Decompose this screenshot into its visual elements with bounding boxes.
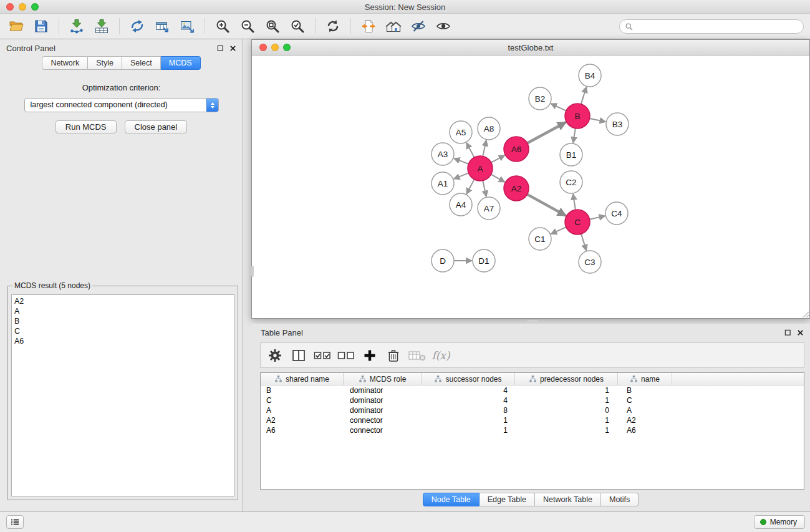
graph-edge[interactable]: [590, 216, 605, 220]
save-session-button[interactable]: [29, 16, 54, 37]
graph-edge[interactable]: [590, 118, 606, 122]
graph-edge[interactable]: [573, 128, 576, 143]
network-canvas[interactable]: B4B2BB3A5A8A6B1A3AC2A1A2A4A7C4CC1C3DD1: [252, 56, 809, 318]
import-network-from-file-button[interactable]: [64, 16, 89, 37]
table-tab-edge-table[interactable]: Edge Table: [480, 493, 535, 506]
zoom-out-button[interactable]: [235, 16, 260, 37]
table-row[interactable]: Bdominator41B: [261, 385, 804, 395]
export-table-button[interactable]: [150, 16, 175, 37]
mcds-result-list[interactable]: A2ABCA6: [11, 294, 234, 496]
graph-node[interactable]: A: [468, 156, 493, 181]
resize-grip-icon[interactable]: [801, 309, 809, 318]
home-view-button[interactable]: [381, 16, 406, 37]
refresh-layout-button[interactable]: [321, 16, 345, 37]
graph-edge[interactable]: [528, 195, 566, 216]
network-from-url-button[interactable]: [125, 16, 150, 37]
zoom-selected-button[interactable]: [285, 16, 310, 37]
graph-edge[interactable]: [491, 175, 505, 182]
network-minimize-button[interactable]: [271, 44, 279, 51]
toggle-columns-button[interactable]: [288, 346, 309, 365]
vertical-splitter-handle[interactable]: [251, 266, 254, 277]
column-header-mcds-role[interactable]: MCDS role: [344, 373, 422, 385]
graph-node[interactable]: A1: [432, 172, 454, 195]
graph-node[interactable]: C: [565, 210, 590, 235]
graph-edge[interactable]: [483, 181, 486, 197]
graph-edge[interactable]: [573, 194, 576, 210]
table-settings-button[interactable]: [264, 346, 286, 365]
graph-edge[interactable]: [454, 173, 469, 179]
network-zoom-button[interactable]: [283, 44, 291, 51]
horizontal-splitter-handle[interactable]: [527, 320, 538, 322]
graph-node[interactable]: A8: [478, 117, 500, 140]
graph-node[interactable]: D1: [473, 249, 495, 272]
network-close-button[interactable]: [259, 44, 267, 51]
graph-node[interactable]: A3: [432, 143, 454, 165]
graph-edge[interactable]: [581, 234, 586, 251]
graph-node[interactable]: C1: [529, 228, 551, 250]
export-image-button[interactable]: [175, 16, 200, 37]
table-tab-network-table[interactable]: Network Table: [535, 493, 601, 506]
graph-node[interactable]: A4: [450, 193, 472, 216]
mcds-result-item[interactable]: A2: [14, 296, 231, 306]
mcds-result-item[interactable]: A: [14, 306, 231, 316]
table-float-panel-button[interactable]: [784, 329, 792, 337]
close-panel-button[interactable]: [229, 44, 237, 52]
first-neighbors-button[interactable]: [356, 16, 381, 37]
table-row[interactable]: A2connector11A2: [261, 415, 804, 425]
graph-edge[interactable]: [551, 227, 566, 234]
add-column-button[interactable]: [359, 346, 380, 365]
graph-node[interactable]: D: [432, 249, 454, 272]
table-row[interactable]: Cdominator41C: [261, 395, 804, 405]
select-all-rows-button[interactable]: [312, 346, 333, 365]
column-header-successor-nodes[interactable]: successor nodes: [422, 373, 515, 385]
graph-edge[interactable]: [581, 87, 587, 104]
graph-node[interactable]: A2: [504, 176, 529, 201]
graph-node[interactable]: B2: [529, 87, 551, 110]
tab-network[interactable]: Network: [42, 56, 88, 70]
show-hide-details-button[interactable]: [431, 16, 456, 37]
close-panel-action-button[interactable]: Close panel: [125, 120, 188, 133]
run-mcds-button[interactable]: Run MCDS: [55, 120, 117, 133]
mcds-result-item[interactable]: A6: [14, 336, 231, 346]
table-close-panel-button[interactable]: [796, 329, 804, 337]
graph-edge[interactable]: [491, 155, 505, 163]
graph-edge[interactable]: [466, 180, 475, 195]
memory-button[interactable]: Memory: [754, 515, 805, 529]
float-panel-button[interactable]: [216, 44, 224, 52]
search-input[interactable]: [637, 22, 798, 31]
network-graph[interactable]: B4B2BB3A5A8A6B1A3AC2A1A2A4A7C4CC1C3DD1: [252, 56, 809, 318]
table-row[interactable]: Adominator80A: [261, 405, 804, 415]
graph-edge[interactable]: [483, 140, 486, 157]
graph-node[interactable]: B: [565, 104, 590, 128]
table-row[interactable]: A6connector11A6: [261, 425, 804, 435]
zoom-in-button[interactable]: [210, 16, 235, 37]
graph-edge[interactable]: [454, 158, 469, 164]
graph-node[interactable]: B1: [560, 143, 582, 166]
graph-node[interactable]: A5: [450, 121, 472, 143]
tab-select[interactable]: Select: [122, 56, 161, 70]
graph-node[interactable]: B3: [606, 113, 629, 135]
open-session-button[interactable]: [4, 16, 29, 37]
graph-node[interactable]: C3: [579, 251, 601, 273]
import-table-from-file-button[interactable]: [89, 16, 114, 37]
delete-column-button[interactable]: [383, 346, 404, 365]
graph-node[interactable]: C2: [560, 171, 582, 193]
optimization-criterion-select[interactable]: largest connected component (directed): [24, 98, 219, 112]
task-history-button[interactable]: [6, 515, 24, 529]
graph-edge[interactable]: [528, 122, 566, 143]
deselect-all-rows-button[interactable]: [335, 346, 357, 365]
graph-edge[interactable]: [466, 143, 475, 158]
graph-node[interactable]: C4: [605, 202, 628, 225]
column-header-predecessor-nodes[interactable]: predecessor nodes: [515, 373, 618, 385]
tab-mcds[interactable]: MCDS: [161, 56, 201, 70]
graphics-details-button[interactable]: [406, 16, 431, 37]
column-header-shared-name[interactable]: shared name: [261, 373, 344, 385]
graph-edge[interactable]: [551, 104, 566, 111]
table-tab-motifs[interactable]: Motifs: [601, 493, 639, 506]
graph-node[interactable]: B4: [579, 64, 601, 87]
graph-node[interactable]: A7: [478, 197, 500, 220]
mcds-result-item[interactable]: B: [14, 316, 231, 326]
zoom-fit-button[interactable]: [260, 16, 285, 37]
column-header-name[interactable]: name: [618, 373, 672, 385]
table-tab-node-table[interactable]: Node Table: [423, 493, 480, 506]
